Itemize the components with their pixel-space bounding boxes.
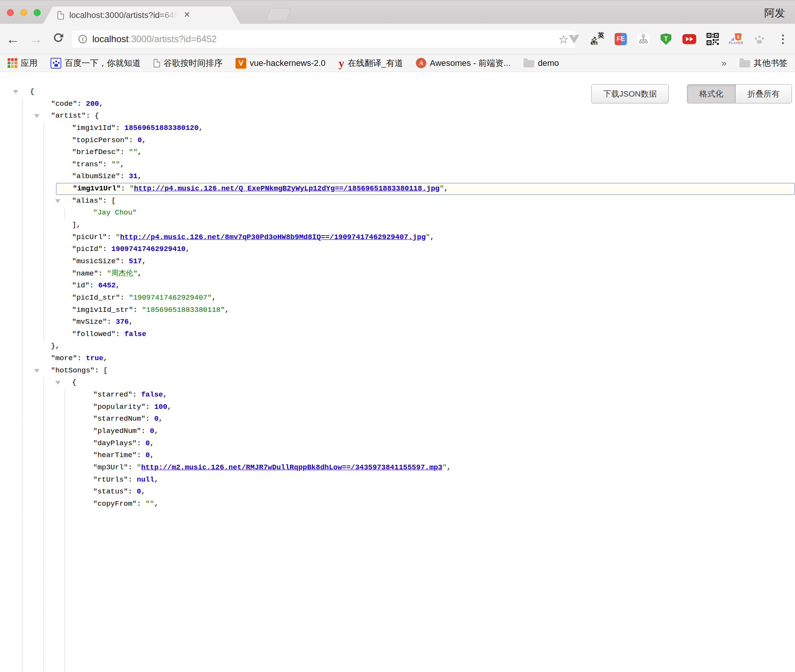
bookmark-awesomes[interactable]: A Awesomes - 前端资... xyxy=(416,57,510,69)
json-line[interactable]: "musicSize": 517, xyxy=(0,256,795,268)
json-punctuation: : xyxy=(120,257,129,266)
bookmark-youdao[interactable]: y 在线翻译_有道 xyxy=(339,57,403,69)
json-line[interactable]: "popularity": 100, xyxy=(0,401,795,413)
json-line[interactable]: "picId": 19097417462929410, xyxy=(0,243,795,256)
json-line[interactable]: "mp3Url": "http://m2.music.126.net/RMJR7… xyxy=(0,462,795,474)
bookmark-folder-demo[interactable]: demo xyxy=(523,58,559,68)
json-punctuation: : xyxy=(98,269,107,278)
json-punctuation: , xyxy=(137,172,142,180)
json-punctuation: , xyxy=(99,100,103,108)
json-line[interactable]: "hotSongs": [ xyxy=(0,365,795,377)
json-line[interactable]: "mvSize": 376, xyxy=(0,316,795,328)
json-punctuation: : xyxy=(77,354,86,362)
collapse-toggle-icon[interactable] xyxy=(13,90,18,94)
json-line[interactable]: "name": "周杰伦", xyxy=(0,268,795,280)
json-line[interactable]: "img1v1Id_str": "18569651883380118", xyxy=(0,304,795,316)
html5-player-icon[interactable]: 5 PLAYER xyxy=(729,31,743,48)
json-key: "musicSize" xyxy=(72,257,120,266)
json-punctuation: : [ xyxy=(95,366,108,375)
json-line[interactable]: { xyxy=(0,377,795,389)
collapse-toggle-icon[interactable] xyxy=(55,381,61,385)
json-link-value[interactable]: http://p4.music.126.net/8mv7qP30Pd3oHW8b… xyxy=(120,233,425,241)
bookmark-vue-hackernews[interactable]: V vue-hackernews-2.0 xyxy=(236,58,326,69)
browser-menu-icon[interactable] xyxy=(776,31,790,48)
indent-guide xyxy=(64,209,65,220)
json-punctuation: , xyxy=(163,390,167,399)
json-key: "img1v1Id" xyxy=(72,124,116,132)
zoom-window-button[interactable] xyxy=(34,9,41,16)
json-line[interactable]: "topicPerson": 0, xyxy=(0,134,795,147)
json-line[interactable]: "img1v1Id": 18569651883380120, xyxy=(0,122,795,134)
bookmark-apps[interactable]: 应用 xyxy=(8,57,38,69)
bookmark-other-bookmarks[interactable]: 其他书签 xyxy=(739,57,787,69)
json-link-value[interactable]: http://m2.music.126.net/RMJR7wDullRqppBk… xyxy=(141,463,442,472)
json-link-value[interactable]: http://p4.music.126.net/Q_ExePNkmgB2yWyL… xyxy=(134,184,440,193)
json-line[interactable]: }, xyxy=(0,340,795,352)
json-line[interactable]: "id": 6452, xyxy=(0,280,795,292)
fast-forward-extension-icon[interactable] xyxy=(682,31,696,48)
json-line[interactable]: "starredNum": 0, xyxy=(0,413,795,425)
json-line[interactable]: "more": true, xyxy=(0,352,795,365)
json-line[interactable]: "starred": false, xyxy=(0,389,795,401)
json-punctuation: , xyxy=(129,318,133,326)
qr-code-extension-icon[interactable] xyxy=(706,31,720,48)
json-punctuation: : xyxy=(146,415,154,423)
json-line[interactable]: ], xyxy=(0,219,795,231)
tampermonkey-icon[interactable]: T xyxy=(659,31,673,48)
vue-devtools-icon[interactable] xyxy=(567,31,581,48)
url-input[interactable]: localhost:3000/artists?id=6452 xyxy=(92,34,553,44)
json-line[interactable]: "rtUrls": null, xyxy=(0,474,795,486)
json-line[interactable]: "playedNum": 0, xyxy=(0,425,795,438)
tab-close-icon[interactable]: × xyxy=(184,10,190,20)
json-number-value: 6452 xyxy=(98,281,116,290)
json-line[interactable]: "picUrl": "http://p4.music.126.net/8mv7q… xyxy=(0,231,795,244)
json-key: "name" xyxy=(72,269,98,278)
json-punctuation: : xyxy=(141,427,150,435)
collapse-toggle-icon[interactable] xyxy=(34,114,39,118)
minimize-window-button[interactable] xyxy=(20,9,27,16)
collapse-toggle-icon[interactable] xyxy=(55,199,61,203)
page-content: 下载JSON数据 格式化 折叠所有 {"code": 200,"artist":… xyxy=(0,72,795,672)
browser-tab[interactable]: localhost:3000/artists?id=645 × xyxy=(43,7,240,24)
json-line-highlighted[interactable]: "img1v1Url": "http://p4.music.126.net/Q_… xyxy=(56,183,795,195)
page-icon xyxy=(154,59,160,67)
json-line[interactable]: "hearTime": 0, xyxy=(0,449,795,462)
bookmarks-overflow-chevron[interactable]: » xyxy=(721,58,726,69)
profile-name[interactable]: 阿发 xyxy=(764,6,785,20)
json-line[interactable]: "artist": { xyxy=(0,110,795,122)
url-bar[interactable]: i localhost:3000/artists?id=6452 ☆ xyxy=(71,30,576,48)
new-tab-button[interactable] xyxy=(266,8,291,21)
json-punctuation: , xyxy=(137,269,142,278)
indent-guide xyxy=(22,100,23,672)
json-line[interactable]: "followed": false xyxy=(0,328,795,341)
paw-extension-icon[interactable] xyxy=(752,31,766,48)
json-line[interactable]: { xyxy=(0,86,795,98)
json-line[interactable]: "status": 0, xyxy=(0,486,795,498)
fe-toolbox-icon[interactable]: FE xyxy=(614,31,628,48)
json-key: "starred" xyxy=(93,390,132,399)
page-info-icon[interactable]: i xyxy=(79,35,87,43)
json-line[interactable]: "code": 200, xyxy=(0,98,795,110)
json-key: "code" xyxy=(51,100,77,108)
json-punctuation: : xyxy=(120,172,129,180)
back-button[interactable]: ← xyxy=(6,32,20,46)
json-punctuation: : xyxy=(103,245,111,253)
bookmark-google-sort[interactable]: 谷歌按时间排序 xyxy=(154,57,222,69)
json-line[interactable]: "briefDesc": "", xyxy=(0,146,795,159)
json-line[interactable]: "albumSize": 31, xyxy=(0,170,795,183)
reload-button[interactable] xyxy=(52,32,64,46)
close-window-button[interactable] xyxy=(7,9,14,16)
json-line[interactable]: "alias": [ xyxy=(0,195,795,207)
translate-extension-icon[interactable]: 英 ⇄ en xyxy=(591,31,604,48)
json-string-value: "" xyxy=(146,500,154,508)
sitemap-extension-icon[interactable] xyxy=(637,33,649,45)
json-line[interactable]: "trans": "", xyxy=(0,159,795,171)
bookmark-baidu[interactable]: 百度一下，你就知道 xyxy=(51,57,141,69)
baidu-paw-icon xyxy=(51,58,61,69)
collapse-toggle-icon[interactable] xyxy=(34,369,39,373)
json-line[interactable]: "dayPlays": 0, xyxy=(0,438,795,450)
json-line[interactable]: "picId_str": "19097417462929407", xyxy=(0,292,795,304)
json-line[interactable]: "copyFrom": "", xyxy=(0,498,795,510)
json-line[interactable]: "Jay Chou" xyxy=(0,207,795,219)
forward-button[interactable]: → xyxy=(29,32,43,46)
